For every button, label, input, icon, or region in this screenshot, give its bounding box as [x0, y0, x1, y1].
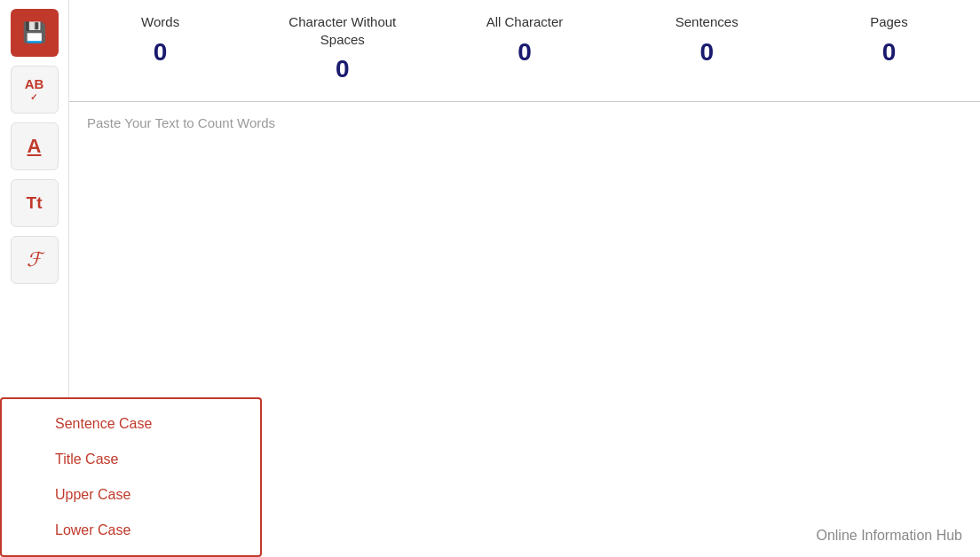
- fontcolor-icon: A: [28, 135, 42, 158]
- spellcheck-button[interactable]: AB ✓: [11, 66, 59, 114]
- all-char-label: All Character: [486, 13, 564, 31]
- all-char-value: 0: [518, 38, 532, 67]
- char-no-spaces-value: 0: [336, 55, 350, 83]
- title-case-item[interactable]: Title Case: [2, 442, 260, 477]
- pages-value: 0: [882, 38, 897, 67]
- stat-words: Words 0: [69, 9, 251, 88]
- sentences-label: Sentences: [676, 13, 739, 31]
- fontcolor-button[interactable]: A: [11, 122, 59, 170]
- stat-all-char: All Character 0: [433, 9, 615, 88]
- words-label: Words: [141, 13, 179, 31]
- stat-pages: Pages 0: [798, 9, 980, 88]
- char-no-spaces-label: Character WithoutSpaces: [288, 13, 396, 48]
- textsize-button[interactable]: Tt: [11, 179, 59, 227]
- save-icon: 💾: [22, 21, 46, 44]
- stat-char-no-spaces: Character WithoutSpaces 0: [251, 9, 433, 88]
- words-value: 0: [154, 38, 168, 67]
- case-dropdown-menu: Sentence Case Title Case Upper Case Lowe…: [0, 397, 262, 557]
- footer-text: Online Information Hub: [816, 528, 962, 543]
- stats-row: Words 0 Character WithoutSpaces 0 All Ch…: [69, 0, 980, 102]
- footer-info: Online Information Hub: [816, 528, 962, 544]
- sentence-case-item[interactable]: Sentence Case: [2, 406, 260, 442]
- script-icon: ℱ: [27, 248, 42, 271]
- script-button[interactable]: ℱ: [11, 236, 59, 284]
- text-placeholder: Paste Your Text to Count Words: [87, 115, 275, 130]
- lower-case-item[interactable]: Lower Case: [2, 513, 260, 548]
- pages-label: Pages: [870, 13, 908, 31]
- save-button[interactable]: 💾: [11, 9, 59, 57]
- upper-case-item[interactable]: Upper Case: [2, 477, 260, 513]
- spellcheck-icon: AB ✓: [25, 77, 44, 102]
- sentences-value: 0: [699, 38, 714, 67]
- textsize-icon: Tt: [27, 193, 43, 213]
- stat-sentences: Sentences 0: [616, 9, 798, 88]
